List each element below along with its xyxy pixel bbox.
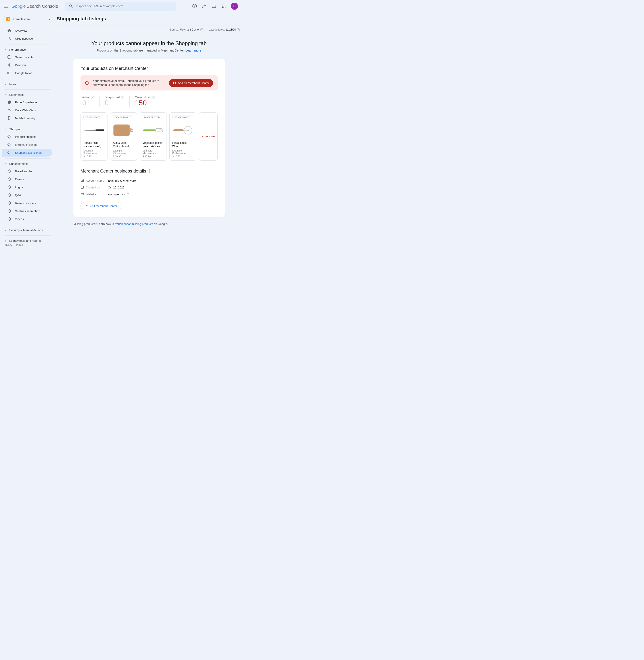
chevron-down-icon: ▾ — [5, 94, 7, 96]
product-image — [83, 121, 105, 139]
help-icon[interactable]: ? — [200, 28, 204, 31]
nav-google-news[interactable]: Google News — [2, 69, 52, 77]
product-image — [143, 121, 164, 139]
external-link-icon — [173, 82, 176, 85]
nav-url-inspection[interactable]: URL inspection — [2, 35, 52, 43]
nav-review-snippets[interactable]: Review snippets — [2, 199, 52, 207]
status-badge: DISAPPROVED — [113, 115, 132, 119]
tag-icon — [7, 209, 12, 213]
nav-section-legacy[interactable]: ▸Legacy tools and reports — [2, 237, 55, 244]
mc-heading: Your products on Merchant Center — [80, 66, 217, 71]
nav-qa[interactable]: Q&A — [2, 191, 52, 199]
more-products-link[interactable]: +1.5K more — [199, 112, 217, 160]
avatar[interactable]: E — [231, 3, 238, 10]
nav-events[interactable]: Events — [2, 175, 52, 183]
help-icon[interactable]: ? — [237, 28, 240, 31]
product-card[interactable]: DISAPPROVED Pizza cutter, Wood Example K… — [169, 112, 197, 160]
logo[interactable]: Google Search Console — [12, 4, 58, 9]
nav-core-web-vitals[interactable]: Core Web Vitals — [2, 106, 52, 114]
detail-account-name: Account name Example Kitchenware — [80, 177, 217, 184]
asterisk-icon — [7, 63, 12, 67]
svg-point-7 — [223, 6, 224, 6]
url-inspection-search[interactable] — [65, 2, 176, 10]
tag-icon — [7, 169, 12, 174]
property-name: example.com — [13, 18, 30, 21]
legal-links: Privacy Terms — [3, 244, 25, 247]
hero-title: Your products cannot appear in the Shopp… — [56, 40, 242, 46]
nav-shopping-tab-listings[interactable]: Shopping tab listings — [2, 149, 52, 157]
svg-rect-37 — [81, 186, 84, 188]
help-icon[interactable]: ? — [91, 96, 94, 99]
mobile-icon — [7, 116, 12, 120]
people-icon[interactable] — [202, 3, 207, 9]
svg-point-10 — [223, 7, 224, 8]
add-on-merchant-center-button[interactable]: Add on Merchant Center — [169, 79, 213, 87]
svg-rect-13 — [8, 72, 9, 74]
nav-mobile-usability[interactable]: Mobile Usability — [2, 114, 52, 122]
tag-icon — [7, 142, 12, 147]
google-g-icon — [7, 55, 12, 59]
external-link-icon[interactable] — [127, 192, 130, 196]
notifications-icon[interactable] — [211, 3, 217, 9]
terms-link[interactable]: Terms — [16, 244, 23, 247]
nav-search-results[interactable]: Search results — [2, 53, 52, 61]
footer-note: Missing products? Learn how to troublesh… — [73, 222, 225, 226]
tag-icon — [7, 135, 12, 139]
nav-breadcrumbs[interactable]: Breadcrumbs — [2, 167, 52, 175]
nav-overview[interactable]: Overview — [2, 26, 52, 35]
merchant-center-card: Your products on Merchant Center Your of… — [73, 59, 225, 217]
nav-page-experience[interactable]: Page Experience — [2, 98, 52, 106]
svg-point-1 — [194, 7, 195, 7]
nav-logos[interactable]: Logos — [2, 183, 52, 191]
product-card[interactable]: DISAPPROVED Vegetable peeler, green, sta… — [140, 112, 167, 160]
status-badge: DISAPPROVED — [143, 115, 161, 119]
svg-point-3 — [222, 5, 223, 5]
learn-more-link[interactable]: Learn more — [186, 49, 202, 52]
tag-icon — [7, 185, 12, 189]
nav-section-index[interactable]: ▸Index — [2, 81, 55, 88]
nav-videos[interactable]: Videos — [2, 215, 52, 223]
product-card[interactable]: DISAPPROVED Ash & Oac Cutting board, 30*… — [110, 112, 137, 160]
nav-sitelinks-searchbox[interactable]: Sitelinks searchbox — [2, 207, 52, 215]
help-icon[interactable] — [192, 3, 197, 9]
nav-merchant-listings[interactable]: Merchant listings — [2, 141, 52, 149]
stats-row: Active ? 0 Disapproved ? 0 Missed clicks… — [80, 96, 217, 107]
help-icon[interactable]: ? — [148, 169, 151, 173]
visit-merchant-center-button[interactable]: Visit Merchant Center — [80, 202, 121, 210]
product-image — [172, 121, 193, 139]
search-input[interactable] — [76, 4, 172, 8]
stat-missed-clicks: Missed clicks ? 150 — [129, 96, 160, 107]
apps-icon[interactable] — [221, 3, 227, 9]
product-image — [113, 121, 134, 139]
svg-rect-30 — [114, 125, 129, 136]
svg-point-9 — [222, 7, 223, 8]
property-icon: ◧ — [6, 17, 10, 21]
calendar-icon — [80, 185, 84, 189]
nav-section-shopping[interactable]: ▾Shopping — [2, 126, 55, 133]
privacy-link[interactable]: Privacy — [3, 244, 12, 247]
nav-discover[interactable]: Discover — [2, 61, 52, 69]
svg-point-31 — [131, 130, 133, 131]
menu-icon[interactable] — [3, 3, 9, 9]
nav-product-snippets[interactable]: Product snippets — [2, 133, 52, 141]
help-icon[interactable]: ? — [152, 96, 155, 99]
stat-disapproved: Disapproved ? 0 — [99, 96, 129, 107]
svg-rect-33 — [173, 129, 184, 131]
external-link-icon — [85, 204, 88, 207]
product-card[interactable]: DISAPPROVED Tomato knife, stainless stea… — [80, 112, 108, 160]
svg-point-2 — [203, 5, 205, 6]
nav-section-performance[interactable]: ▾Performance — [2, 46, 55, 53]
tag-icon — [7, 177, 12, 181]
svg-point-17 — [10, 152, 10, 152]
nav-section-enhancements[interactable]: ▾Enhancements — [2, 160, 55, 167]
status-badge: DISAPPROVED — [83, 115, 102, 119]
home-icon — [7, 28, 12, 33]
stat-active: Active ? 0 — [80, 96, 99, 107]
help-icon[interactable]: ? — [121, 96, 124, 99]
nav-section-experience[interactable]: ▾Experience — [2, 91, 55, 98]
troubleshoot-link[interactable]: troubleshoot missing products — [115, 222, 153, 226]
news-icon — [7, 71, 12, 75]
property-selector[interactable]: ◧ example.com ▾ — [3, 15, 53, 23]
nav-section-security[interactable]: ▸Security & Manual Actions — [2, 227, 55, 233]
search-icon — [7, 36, 12, 41]
